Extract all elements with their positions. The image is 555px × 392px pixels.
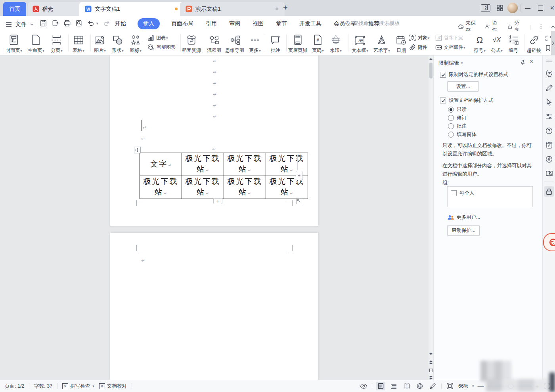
insert-numbering-button[interactable]: 编号 — [508, 33, 519, 54]
table-add-column-button[interactable]: + — [296, 171, 302, 180]
header-footer-button[interactable]: 页眉页脚 — [288, 33, 307, 54]
new-tab-button[interactable]: + — [283, 3, 288, 12]
insert-formula-button[interactable]: √X 公式▾ — [491, 33, 503, 54]
fit-page-icon[interactable] — [445, 382, 455, 390]
insert-object-button[interactable]: 对象▾ — [409, 34, 430, 41]
cross-reference-icon[interactable] — [545, 36, 551, 41]
document-table[interactable]: 文字↵ 极光下载站↵ 极光下载站↵ 极光下载站↵ 极光下载站↵ 极光下载站↵ 极… — [140, 153, 308, 199]
table-move-handle[interactable] — [134, 147, 141, 153]
review-pen-icon[interactable] — [428, 382, 438, 390]
save-icon[interactable] — [40, 19, 47, 27]
ribbon-expand-strip[interactable] — [551, 31, 555, 55]
undo-caret-icon[interactable]: ▾ — [96, 21, 98, 25]
read-view-mode-icon[interactable] — [402, 382, 411, 390]
web-view-mode-icon[interactable] — [415, 382, 425, 390]
docer-resources-button[interactable]: 稻壳资源 — [182, 33, 201, 54]
tab-section-menu[interactable]: 章节 — [275, 19, 288, 29]
page-indicator[interactable]: 页面: 1/2 — [5, 383, 24, 390]
scrollbar-thumb[interactable] — [429, 63, 433, 78]
more-menu-icon[interactable]: ⋮ — [538, 23, 544, 30]
table-cell[interactable]: 极光下载站↵ — [140, 176, 182, 199]
tab-presentation[interactable]: 演示文稿1 — [180, 2, 285, 16]
close-button[interactable]: × — [546, 0, 555, 16]
settings-sliders-icon[interactable] — [544, 111, 554, 122]
insert-comment-button[interactable]: 批注 — [270, 33, 281, 54]
table-resize-handle[interactable] — [296, 198, 302, 204]
doc-proofing-toggle[interactable]: × 文档校对 — [99, 383, 127, 390]
docer-skin-icon[interactable] — [544, 140, 554, 150]
watermark-button[interactable]: 水印▾ — [330, 33, 342, 54]
table-cell[interactable]: 极光下载站↵ — [182, 176, 224, 199]
insert-chart-button[interactable]: 图表▾ — [147, 34, 168, 41]
insert-blank-page-button[interactable]: 空白页▾ — [28, 33, 44, 54]
format-settings-button[interactable]: 设置... — [447, 81, 479, 92]
tab-docer[interactable]: 稻壳 — [28, 2, 83, 16]
tab-dev-tools-menu[interactable]: 开发工具 — [299, 19, 322, 29]
insert-picture-button[interactable]: 图片▾ — [94, 33, 106, 54]
pin-icon[interactable] — [520, 59, 526, 65]
maximize-button[interactable] — [534, 0, 546, 16]
table-cell[interactable]: 极光下载站↵ — [224, 153, 266, 176]
tab-insert-menu[interactable]: 插入 — [138, 18, 160, 29]
scroll-up-button[interactable] — [429, 55, 433, 62]
radio-revisions[interactable]: 修订 — [448, 115, 467, 121]
undo-button[interactable]: ▾ — [87, 19, 98, 27]
quick-tools-bolt-icon[interactable] — [544, 154, 554, 164]
export-icon[interactable] — [52, 19, 59, 27]
panel-drag-handle[interactable] — [545, 59, 553, 62]
insert-smartart-button[interactable]: 智能图形 — [147, 44, 176, 51]
table-add-row-button[interactable]: + — [213, 198, 222, 204]
tab-references-menu[interactable]: 引用 — [205, 19, 218, 29]
start-protection-button[interactable]: 启动保护... — [447, 225, 480, 236]
restrict-format-checkbox[interactable]: 限制对选定的样式设置格式 — [440, 71, 508, 78]
promo-badge[interactable] — [543, 233, 555, 251]
print-preview-icon[interactable] — [75, 19, 83, 27]
avatar[interactable] — [507, 3, 518, 13]
insert-mindmap-button[interactable]: 思维导图 — [225, 33, 244, 54]
help-icon[interactable] — [544, 126, 554, 136]
document-switcher-button[interactable]: 2 — [480, 0, 492, 16]
insert-table-button[interactable]: 表格▾ — [73, 33, 84, 54]
tab-page-layout-menu[interactable]: 页面布局 — [170, 19, 194, 29]
spell-check-toggle[interactable]: × 拼写检查 ▾ — [62, 383, 94, 390]
zoom-level[interactable]: 66% — [458, 383, 468, 389]
insert-symbol-button[interactable]: Ω 符号▾ — [474, 33, 486, 54]
everyone-checkbox[interactable]: 每个人 — [451, 190, 475, 197]
insert-cover-page-button[interactable]: 封面页▾ — [6, 33, 22, 54]
select-cursor-icon[interactable] — [544, 97, 554, 107]
tab-review-menu[interactable]: 审阅 — [228, 19, 241, 29]
more-users-link[interactable]: 更多用户... — [447, 214, 480, 221]
document-canvas[interactable]: ↵ ↵ ↵ ↵ ↵ ↵ ↵ ↵ ↵ ↵ 文字↵ 极光下载站↵ 极光下载站↵ 极光… — [0, 55, 433, 380]
eye-protection-icon[interactable] — [359, 382, 368, 390]
radio-forms[interactable]: 填写窗体 — [448, 131, 477, 138]
signature-pen-icon[interactable] — [544, 83, 554, 93]
insert-textbox-button[interactable]: A 文本框▾ — [352, 33, 368, 54]
page-number-button[interactable]: # 页码▾ — [312, 33, 324, 54]
apps-grid-icon[interactable] — [494, 0, 506, 16]
collapse-ribbon-icon[interactable] — [551, 25, 555, 28]
insert-date-button[interactable]: 日期 — [396, 33, 406, 54]
efficiency-rocket-icon[interactable] — [544, 68, 554, 78]
insert-hyperlink-button[interactable]: 超链接 — [527, 33, 541, 54]
drop-cap-button[interactable]: A 首字下沉 — [435, 34, 463, 41]
vertical-scrollbar[interactable] — [429, 55, 433, 380]
insert-shape-button[interactable]: 形状▾ — [112, 33, 124, 54]
insert-wordart-button[interactable]: 艺术字▾ — [373, 33, 390, 54]
panel-title-dropdown[interactable]: 限制编辑 ▾ — [438, 59, 463, 67]
tab-view-menu[interactable]: 视图 — [252, 19, 264, 29]
insert-attachment-button[interactable]: 附件 — [409, 44, 427, 51]
zoom-out-button[interactable]: — — [478, 382, 484, 390]
tab-document[interactable]: W 文字文稿1 — [79, 2, 184, 16]
outline-view-mode-icon[interactable] — [389, 382, 398, 390]
group-list-box[interactable]: 每个人 — [447, 186, 533, 207]
protect-mode-checkbox[interactable]: 设置文档的保护方式 — [440, 97, 494, 104]
radio-readonly[interactable]: 只读 — [448, 106, 467, 113]
file-menu[interactable]: 文件 — [6, 19, 34, 30]
word-count[interactable]: 字数: 37 — [34, 383, 52, 390]
insert-icon-button[interactable]: 图标▾ — [130, 33, 142, 54]
table-cell[interactable]: 极光下载站↵ — [224, 176, 266, 199]
doc-parts-button[interactable]: 文档部件▾ — [435, 44, 465, 51]
bookmark-icon[interactable] — [545, 45, 551, 51]
minimize-button[interactable]: — — [522, 0, 534, 16]
redo-icon[interactable] — [103, 19, 110, 27]
